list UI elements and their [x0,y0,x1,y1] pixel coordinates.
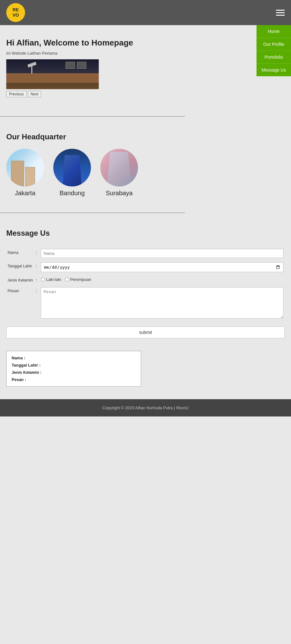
form-row-tanggal: Tanggal Lahir : [6,262,285,273]
nav-menu: Home Our Profile Portofolio Message Us [257,25,291,76]
tanggal-input-cell [40,262,285,273]
logo[interactable]: RE VO [6,3,25,22]
hq-title: Our Headquarter [6,132,285,141]
nama-colon: : [34,248,40,259]
footer-text: Copyright © 2023 Alfian Nurhuda Putra | … [102,405,188,410]
perempuan-radio[interactable] [65,277,69,282]
previous-button[interactable]: Previous [6,91,27,97]
output-pesan: Pesan : [12,377,136,382]
jenis-label: Jenis Kelamin [6,276,34,283]
pesan-textarea[interactable] [41,287,283,319]
submit-button[interactable]: submit [6,326,285,338]
nav-home[interactable]: Home [257,25,291,38]
art-frame-2 [77,62,86,69]
next-button[interactable]: Next [28,91,41,97]
laki-laki-option[interactable]: Laki-laki [41,277,61,282]
logo-line1: RE [13,7,19,12]
slide-image [6,59,99,89]
bandung-label: Bandung [60,190,85,197]
pesan-input-cell [40,287,285,320]
form-row-nama: Nama : [6,248,285,259]
pesan-label: Pesan [6,287,34,320]
output-nama: Nama : [12,356,136,360]
perempuan-option[interactable]: Perempuan [65,277,91,282]
output-jenis: Jenis Kelamin : [12,370,136,375]
message-title: Message Us [6,229,285,238]
output-tanggal: Tanggal Lahir : [12,363,136,368]
message-section: Message Us Nama : Tanggal Lahir : Jenis … [0,223,291,345]
nama-input-cell [40,248,285,259]
tanggal-colon: : [34,262,40,273]
hamburger-line [276,15,285,16]
hamburger-line [276,10,285,11]
nama-input[interactable] [41,249,283,258]
art-frame-1 [66,62,75,69]
bandung-image [53,149,91,186]
contact-form: Nama : Tanggal Lahir : Jenis Kelamin : L… [6,245,285,323]
hamburger-button[interactable] [276,10,285,16]
jenis-colon: : [34,276,40,283]
form-row-jenis: Jenis Kelamin : Laki-laki Perempuan [6,276,285,283]
hero-section: Hi Alfian, Welcome to Homepage Ini Websi… [6,31,179,100]
hero-title: Hi Alfian, Welcome to Homepage [6,38,179,48]
city-jakarta: Jakarta [6,149,44,197]
output-box: Nama : Tanggal Lahir : Jenis Kelamin : P… [6,351,141,387]
desk-lamp [31,63,32,74]
tanggal-input[interactable] [41,262,283,272]
jakarta-image [6,149,44,186]
nama-label: Nama [6,248,34,259]
laki-laki-radio[interactable] [41,277,45,282]
surabaya-image [100,149,138,186]
hamburger-line [276,12,285,13]
laki-laki-label: Laki-laki [46,277,61,282]
hero-subtitle: Ini Website Latihan Pertama [6,51,179,56]
hq-cities: Jakarta Bandung Surabaya [6,149,285,197]
footer: Copyright © 2023 Alfian Nurhuda Putra | … [0,399,291,416]
gender-radio-group: Laki-laki Perempuan [41,277,283,282]
surabaya-label: Surabaya [106,190,133,197]
perempuan-label: Perempuan [70,277,91,282]
main-content: Hi Alfian, Welcome to Homepage Ini Websi… [0,25,185,107]
pesan-colon: : [34,287,40,320]
divider-1 [0,116,185,117]
surabaya-bg [100,149,138,186]
tanggal-label: Tanggal Lahir [6,262,34,273]
jakarta-bg [6,149,44,186]
hq-section: Our Headquarter Jakarta Bandung Surabaya [0,126,291,203]
logo-line2: VO [13,13,19,18]
divider-2 [0,212,185,213]
city-bandung: Bandung [53,149,91,197]
form-row-pesan: Pesan : [6,287,285,320]
bandung-bg [53,149,91,186]
header: RE VO Home Our Profile Portofolio Messag… [0,0,291,25]
jenis-input-cell: Laki-laki Perempuan [40,276,285,283]
desk-surface [6,73,99,83]
slide-controls: Previous Next [6,91,179,97]
jakarta-label: Jakarta [15,190,35,197]
nav-message-us[interactable]: Message Us [257,64,291,76]
city-surabaya: Surabaya [100,149,138,197]
wall-art [66,62,86,69]
slideshow [6,59,99,89]
nav-portofolio[interactable]: Portofolio [257,51,291,64]
nav-our-profile[interactable]: Our Profile [257,38,291,51]
desk-scene [6,59,99,89]
